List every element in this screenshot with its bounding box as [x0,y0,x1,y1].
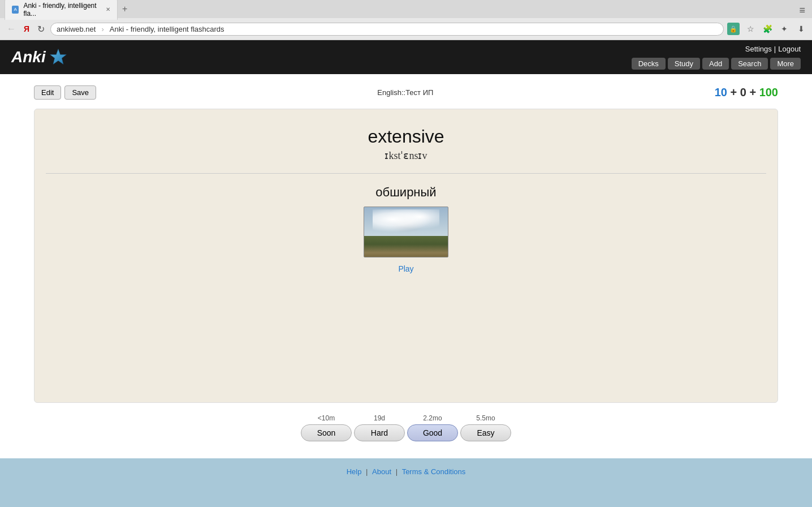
anki-star-icon [48,47,68,67]
card-controls: Edit Save English::Тест ИП 10 + 0 + 100 [34,85,778,100]
add-button[interactable]: Add [702,58,729,70]
interval-easy: 5.5mo [476,414,495,422]
logout-link[interactable]: Logout [778,45,801,53]
answer-buttons: <10m Soon 19d Hard 2.2mo Good 5.5mo Easy [34,414,778,441]
hard-button[interactable]: Hard [354,424,405,441]
answer-group-soon: <10m Soon [301,414,352,441]
tab-favicon: A [12,6,19,14]
anki-app: Anki Settings | Logout Decks Study [0,40,812,485]
deck-name: English::Тест ИП [96,88,715,97]
count-blue: 10 [715,86,727,98]
good-button[interactable]: Good [407,424,458,441]
new-tab-button[interactable]: + [118,4,132,14]
card-pronunciation: ɪkstˈɛnsɪv [46,149,766,162]
address-domain: ankiweb.net [57,25,96,33]
settings-link[interactable]: Settings [745,45,772,53]
landscape-ground [364,236,448,257]
count-plus1: + [730,86,740,98]
interval-soon: <10m [318,414,335,422]
landscape-clouds [373,209,439,234]
footer-sep1: | [366,467,370,476]
flashcard: extensive ɪkstˈɛnsɪv обширный Play [34,109,778,403]
tab-close-button[interactable]: ✕ [106,6,110,12]
browser-tab[interactable]: A Anki - friendly, intelligent fla... ✕ [5,0,118,20]
back-button[interactable]: ← [5,23,18,35]
card-front: extensive ɪkstˈɛnsɪv [46,126,766,174]
landscape-image [364,207,448,257]
study-button[interactable]: Study [668,58,700,70]
interval-hard: 19d [374,414,385,422]
edit-button[interactable]: Edit [34,85,61,100]
answer-group-easy: 5.5mo Easy [460,414,511,441]
count-white: 0 [740,86,746,98]
browser-action-icons: 🔒 ☆ 🧩 ✦ ⬇ [727,23,807,35]
footer-sep2: | [396,467,400,476]
about-link[interactable]: About [372,467,391,476]
tab-title: Anki - friendly, intelligent fla... [23,2,101,18]
count-green: 100 [759,86,778,98]
anki-logo-text: Anki [11,48,46,66]
answer-group-good: 2.2mo Good [407,414,458,441]
more-button[interactable]: More [770,58,801,70]
interval-good: 2.2mo [423,414,442,422]
address-bar[interactable]: ankiweb.net › Anki - friendly, intellige… [50,23,724,36]
play-link-container: Play [46,264,766,273]
card-word: extensive [46,126,766,147]
lock-icon[interactable]: 🔒 [727,23,740,35]
card-translation: обширный [46,185,766,200]
play-audio-link[interactable]: Play [398,264,413,273]
browser-menu-icon[interactable]: ≡ [799,5,805,16]
address-separator: › [101,25,103,33]
card-image [364,207,448,257]
anki-nav-bottom: Decks Study Add Search More [632,58,801,74]
page-footer: Help | About | Terms & Conditions [0,458,812,485]
browser-toolbar: ← Я ↻ ankiweb.net › Anki - friendly, int… [0,18,812,40]
anki-header: Anki Settings | Logout Decks Study [0,40,812,74]
extension-icon1[interactable]: 🧩 [761,23,774,35]
download-icon[interactable]: ⬇ [795,23,807,35]
decks-button[interactable]: Decks [632,58,666,70]
search-button[interactable]: Search [731,58,768,70]
refresh-button[interactable]: ↻ [35,23,47,36]
save-button[interactable]: Save [64,85,96,100]
answer-group-hard: 19d Hard [354,414,405,441]
yandex-button[interactable]: Я [21,23,32,35]
nav-separator: | [774,45,776,53]
card-counts: 10 + 0 + 100 [715,86,778,99]
browser-titlebar: A Anki - friendly, intelligent fla... ✕ … [0,0,812,18]
help-link[interactable]: Help [347,467,362,476]
soon-button[interactable]: Soon [301,424,352,441]
browser-chrome: A Anki - friendly, intelligent fla... ✕ … [0,0,812,40]
card-back: обширный Play [46,185,766,273]
anki-nav-top: Settings | Logout [745,40,801,53]
answer-section: <10m Soon 19d Hard 2.2mo Good 5.5mo Easy [34,414,778,441]
count-plus2: + [749,86,759,98]
address-page: Anki - friendly, intelligent flashcards [110,25,224,33]
extension-icon2[interactable]: ✦ [778,23,791,35]
anki-nav: Settings | Logout Decks Study Add Search… [632,40,801,74]
terms-link[interactable]: Terms & Conditions [402,467,466,476]
star-icon[interactable]: ☆ [744,23,757,35]
svg-marker-0 [50,49,66,65]
edit-save-buttons: Edit Save [34,85,96,100]
easy-button[interactable]: Easy [460,424,511,441]
anki-logo: Anki [11,47,68,67]
